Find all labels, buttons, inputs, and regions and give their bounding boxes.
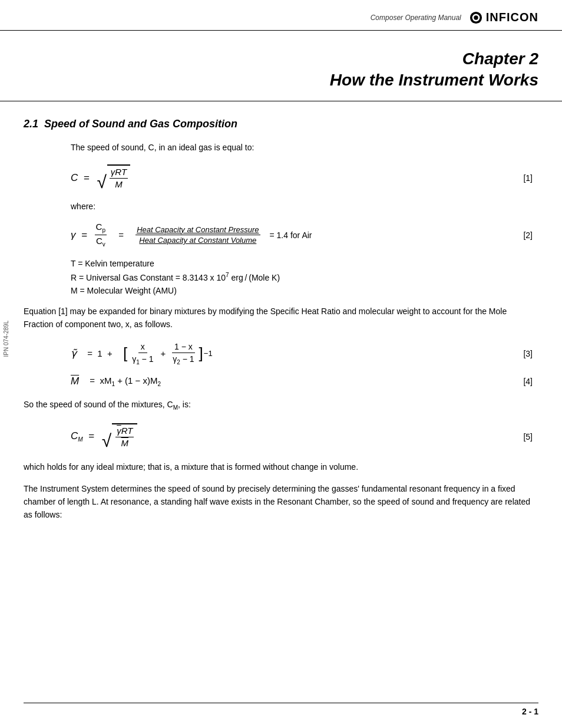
eq5-sqrt: √ γRT M <box>102 423 138 450</box>
eq5-lhs: CM = <box>71 430 97 443</box>
eq4-M: M <box>71 375 79 387</box>
heat-cap-pressure: Heat Capacity at Constant Pressure <box>135 225 260 236</box>
instrument-text: The Instrument System determines the spe… <box>24 482 538 522</box>
eq1-frac-bot: M <box>114 179 124 190</box>
eq4-number: [4] <box>523 377 538 386</box>
page: IPN 074-289L Composer Operating Manual I… <box>0 0 562 728</box>
eq5-frac-bot: M <box>120 437 130 449</box>
eq5-number: [5] <box>523 432 538 442</box>
eq2-heat-cap: Heat Capacity at Constant Pressure Heat … <box>135 225 260 245</box>
section-heading: 2.1 Speed of Sound and Gas Composition <box>24 118 538 130</box>
equation4: M = xM1 + (1 − x)M2 <box>71 375 523 387</box>
t-definition: T = Kelvin temperature <box>71 259 538 268</box>
eq5-frac-top: γRT <box>115 426 134 437</box>
equation2-block: γ = Cp Cv = Heat Capacity at Constant Pr… <box>71 222 538 248</box>
equation3: γ̃ = 1 + [ x γ1 − 1 + 1 − x γ2 − 1 <box>71 342 523 365</box>
main-content: 2.1 Speed of Sound and Gas Composition T… <box>0 101 562 548</box>
eq3-number: [3] <box>523 349 538 358</box>
eq2-gamma: γ = <box>71 229 90 241</box>
page-footer: 2 - 1 <box>24 703 538 716</box>
equation1-block: C = √ γRT M [1] <box>71 164 538 191</box>
page-header: Composer Operating Manual INFICON <box>0 0 562 31</box>
mixtures-text: So the speed of sound of the mixtures, C… <box>24 398 538 413</box>
manual-title: Composer Operating Manual <box>371 14 461 22</box>
eq2-cp-cv: Cp Cv <box>95 222 107 248</box>
svg-point-2 <box>474 15 478 19</box>
chapter-title-line2: How the Instrument Works <box>24 70 538 91</box>
intro-text: The speed of sound, C, in an ideal gas i… <box>71 141 538 154</box>
eq2-number: [2] <box>523 230 538 240</box>
eq1-number: [1] <box>523 173 538 183</box>
equation1: C = √ γRT M <box>71 164 523 191</box>
eq1-frac-top: γRT <box>110 167 128 179</box>
chapter-block: Chapter 2 How the Instrument Works <box>0 31 562 101</box>
inficon-logo-icon <box>470 11 482 24</box>
equation4-block: M = xM1 + (1 − x)M2 [4] <box>71 375 538 387</box>
holds-text: which holds for any ideal mixture; that … <box>24 460 538 473</box>
equation2: γ = Cp Cv = Heat Capacity at Constant Pr… <box>71 222 523 248</box>
expansion-text: Equation [1] may be expanded for binary … <box>24 305 538 331</box>
chapter-title-line1: Chapter 2 <box>24 48 538 70</box>
equation5-block: CM = √ γRT M [5] <box>71 423 538 450</box>
page-number: 2 - 1 <box>522 707 538 716</box>
equation5: CM = √ γRT M <box>71 423 523 450</box>
equation3-block: γ̃ = 1 + [ x γ1 − 1 + 1 − x γ2 − 1 <box>71 342 538 365</box>
logo-area: INFICON <box>470 11 538 24</box>
eq3-bracket: [ x γ1 − 1 + 1 − x γ2 − 1 ] −1 <box>123 342 213 365</box>
gamma-value: = 1.4 for Air <box>270 230 312 240</box>
eq1-lhs: C = <box>71 172 92 184</box>
heat-cap-volume: Heat Capacity at Constant Volume <box>138 235 257 245</box>
eq1-sqrt: √ γRT M <box>97 164 130 191</box>
logo-text: INFICON <box>486 11 538 24</box>
r-definition: R = Universal Gas Constant = 8.3143 x 10… <box>71 272 538 282</box>
where-label: where: <box>71 202 538 211</box>
m-definition: M = Molecular Weight (AMU) <box>71 286 538 295</box>
eq3-gamma-tilde: γ̃ <box>71 347 77 360</box>
